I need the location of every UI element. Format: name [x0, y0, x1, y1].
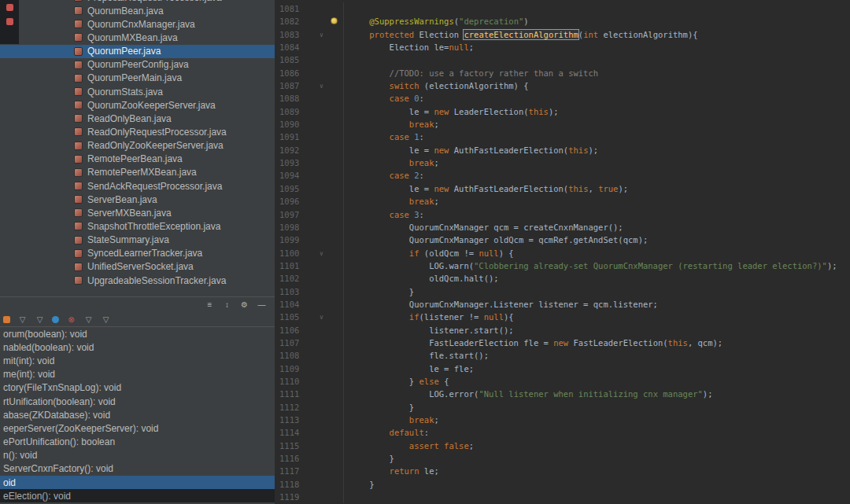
- code-line-row[interactable]: 1086 //TODO: use a factory rather than a…: [275, 67, 850, 79]
- tree-item[interactable]: StateSummary.java: [0, 234, 275, 247]
- tree-item[interactable]: ReadOnlyBean.java: [0, 112, 275, 125]
- code-line-row[interactable]: 1087∨ switch (electionAlgorithm) {: [275, 79, 850, 92]
- line-number[interactable]: 1116: [275, 452, 307, 465]
- structure-item[interactable]: ServerCnxnFactory(): void: [0, 462, 275, 476]
- tree-item[interactable]: ReadOnlyZooKeeperServer.java: [0, 139, 275, 153]
- line-number[interactable]: 1085: [275, 53, 307, 66]
- structure-item[interactable]: mit(int): void: [0, 354, 275, 367]
- structure-item[interactable]: ctory(FileTxnSnapLog): void: [0, 381, 275, 395]
- line-number[interactable]: 1098: [275, 221, 307, 234]
- code-line-row[interactable]: 1114 default:: [275, 426, 850, 439]
- sort-by-visibility-icon[interactable]: ▽: [101, 315, 111, 325]
- code-line-row[interactable]: 1116 }: [275, 452, 850, 465]
- tree-item[interactable]: QuorumStats.java: [0, 85, 275, 98]
- line-number[interactable]: 1118: [275, 478, 307, 491]
- code-line-row[interactable]: 1100∨ if (oldQcm != null) {: [275, 247, 850, 259]
- code-line-row[interactable]: 1091 case 1:: [275, 131, 850, 143]
- code-line-row[interactable]: 1113 break;: [275, 414, 850, 426]
- code-line-row[interactable]: 1108 fle.start();: [275, 349, 850, 362]
- line-number[interactable]: 1106: [275, 324, 307, 337]
- show-inherited-icon[interactable]: [52, 316, 59, 323]
- line-number[interactable]: 1091: [275, 131, 307, 143]
- code-line-row[interactable]: 1090 break;: [275, 118, 850, 131]
- tree-item[interactable]: QuorumZooKeeperServer.java: [0, 98, 275, 112]
- line-number[interactable]: 1082: [275, 15, 307, 28]
- structure-item[interactable]: eeperServer(ZooKeeperServer): void: [0, 421, 275, 435]
- line-number[interactable]: 1096: [275, 195, 307, 208]
- line-number[interactable]: 1089: [275, 105, 307, 118]
- expand-collapse-icon[interactable]: ↕: [222, 300, 232, 310]
- line-number[interactable]: 1100: [275, 247, 307, 259]
- code-line-row[interactable]: 1093 break;: [275, 156, 850, 169]
- line-number[interactable]: 1119: [275, 491, 307, 503]
- tree-item[interactable]: QuorumPeerMain.java: [0, 72, 275, 85]
- line-number[interactable]: 1093: [275, 156, 307, 169]
- code-line-row[interactable]: 1092 le = new AuthFastLeaderElection(thi…: [275, 144, 850, 156]
- line-number[interactable]: 1090: [275, 118, 307, 131]
- code-line-row[interactable]: 1084 Election le=null;: [275, 41, 850, 53]
- code-line-row[interactable]: 1102 oldQcm.halt();: [275, 272, 850, 285]
- structure-item[interactable]: ePortUnification(): boolean: [0, 436, 275, 449]
- tree-item[interactable]: RemotePeerMXBean.java: [0, 166, 275, 179]
- tree-item[interactable]: SyncedLearnerTracker.java: [0, 247, 275, 260]
- bookmark-red-icon[interactable]: [6, 18, 13, 25]
- code-line-row[interactable]: 1098 QuorumCnxManager qcm = createCnxnMa…: [275, 221, 850, 234]
- line-number[interactable]: 1105: [275, 311, 307, 323]
- code-line-row[interactable]: 1115 assert false;: [275, 440, 850, 452]
- filter-visibility-icon[interactable]: ▽: [17, 315, 28, 325]
- filter-non-public-icon[interactable]: ▽: [35, 315, 45, 325]
- line-number[interactable]: 1095: [275, 182, 307, 195]
- fold-chevron-icon[interactable]: ∨: [320, 311, 323, 324]
- code-line-row[interactable]: 1106 listener.start();: [275, 324, 850, 337]
- tree-item[interactable]: SendAckRequestProcessor.java: [0, 179, 275, 193]
- line-number[interactable]: 1102: [275, 272, 307, 285]
- line-number[interactable]: 1114: [275, 426, 307, 439]
- code-line-row[interactable]: 1097 case 3:: [275, 208, 850, 221]
- tree-item[interactable]: RemotePeerBean.java: [0, 153, 275, 166]
- line-number[interactable]: 1107: [275, 337, 307, 349]
- code-line-row[interactable]: 1118 }: [275, 478, 850, 491]
- line-number[interactable]: 1108: [275, 349, 307, 362]
- line-number[interactable]: 1111: [275, 388, 307, 400]
- structure-item[interactable]: rtUnification(boolean): void: [0, 395, 275, 408]
- line-number[interactable]: 1097: [275, 208, 307, 221]
- code-line-row[interactable]: 1095 le = new AuthFastLeaderElection(thi…: [275, 182, 850, 195]
- line-number[interactable]: 1104: [275, 298, 307, 311]
- hide-panel-icon[interactable]: —: [257, 300, 267, 310]
- tree-item[interactable]: ServerMXBean.java: [0, 206, 275, 219]
- structure-item[interactable]: me(int): void: [0, 368, 275, 381]
- line-number[interactable]: 1094: [275, 169, 307, 182]
- tree-item[interactable]: SnapshotThrottleException.java: [0, 219, 275, 233]
- code-line-row[interactable]: 1094 case 2:: [275, 169, 850, 182]
- tree-item[interactable]: ReadOnlyRequestProcessor.java: [0, 125, 275, 138]
- code-line-row[interactable]: 1117 return le;: [275, 465, 850, 477]
- bookmark-red-icon[interactable]: [6, 4, 13, 11]
- tree-item[interactable]: ServerBean.java: [0, 193, 275, 206]
- code-line-row[interactable]: 1109 le = fle;: [275, 362, 850, 375]
- tree-item[interactable]: QuorumPeerConfig.java: [0, 58, 275, 72]
- tree-item[interactable]: UnifiedServerSocket.java: [0, 260, 275, 274]
- code-line-row[interactable]: 1099 QuorumCnxManager oldQcm = qcmRef.ge…: [275, 234, 850, 246]
- tree-item[interactable]: QuorumPeer.java: [0, 45, 275, 58]
- structure-item[interactable]: abase(ZKDatabase): void: [0, 408, 275, 421]
- line-number[interactable]: 1117: [275, 465, 307, 477]
- show-problems-icon[interactable]: ⊗: [66, 315, 76, 325]
- line-number[interactable]: 1088: [275, 92, 307, 105]
- code-line-row[interactable]: 1119: [275, 491, 850, 503]
- line-number[interactable]: 1092: [275, 144, 307, 156]
- structure-item[interactable]: nabled(boolean): void: [0, 340, 275, 354]
- code-line-row[interactable]: 1089 le = new LeaderElection(this);: [275, 105, 850, 118]
- line-number[interactable]: 1113: [275, 414, 307, 426]
- code-line-row[interactable]: 1111 LOG.error("Null listener when initi…: [275, 388, 850, 400]
- tree-item[interactable]: QuorumBean.java: [0, 4, 275, 17]
- show-fields-icon[interactable]: [3, 316, 10, 323]
- group-methods-icon[interactable]: ▽: [83, 315, 94, 325]
- line-number[interactable]: 1087: [275, 79, 307, 92]
- code-editor[interactable]: 10811082 @SuppressWarnings("deprecation"…: [275, 0, 850, 504]
- code-line-row[interactable]: 1105∨ if(listener != null){: [275, 311, 850, 323]
- code-line-row[interactable]: 1112 }: [275, 401, 850, 414]
- structure-item[interactable]: oid: [0, 476, 275, 489]
- code-line-row[interactable]: 1083∨ protected Election createElectionA…: [275, 28, 850, 41]
- line-number[interactable]: 1084: [275, 41, 307, 53]
- line-number[interactable]: 1081: [275, 2, 307, 15]
